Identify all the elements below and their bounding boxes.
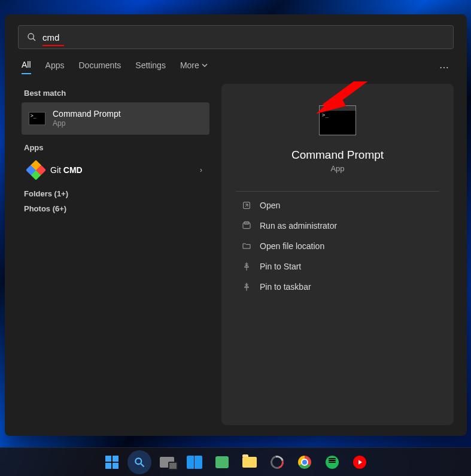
preview-panel: Command Prompt App Open Run as administr… xyxy=(221,84,454,425)
action-label: Run as administrator xyxy=(260,221,337,231)
chat-icon xyxy=(215,456,229,468)
taskbar-search-button[interactable] xyxy=(127,450,151,474)
widgets-icon xyxy=(187,456,202,469)
tab-apps[interactable]: Apps xyxy=(45,60,65,74)
open-icon xyxy=(242,201,251,210)
tab-more[interactable]: More xyxy=(180,60,208,74)
folder-icon xyxy=(242,241,251,251)
search-bar[interactable] xyxy=(18,25,454,49)
start-button[interactable] xyxy=(100,450,124,474)
spotify-icon xyxy=(326,456,339,469)
chrome-icon xyxy=(298,456,311,469)
tab-all[interactable]: All xyxy=(22,60,31,74)
action-label: Open file location xyxy=(260,241,324,251)
action-open[interactable]: Open xyxy=(236,195,439,216)
app-icon xyxy=(268,453,285,471)
action-run-as-administrator[interactable]: Run as administrator xyxy=(236,216,439,236)
preview-subtitle: App xyxy=(330,164,344,173)
result-git-cmd[interactable]: Git CMD › xyxy=(22,157,209,183)
section-folders[interactable]: Folders (1+) xyxy=(24,189,207,198)
svg-line-7 xyxy=(141,463,144,466)
action-pin-to-start[interactable]: Pin to Start xyxy=(236,256,439,277)
task-view-icon xyxy=(160,457,174,468)
filter-tabs: All Apps Documents Settings More ⋯ xyxy=(5,49,467,81)
divider xyxy=(236,191,439,192)
action-label: Pin to taskbar xyxy=(260,282,311,292)
preview-title: Command Prompt xyxy=(291,148,384,162)
annotation-underline xyxy=(42,45,64,46)
preview-app-icon xyxy=(319,105,356,135)
search-input[interactable] xyxy=(42,32,445,43)
pin-icon xyxy=(242,282,251,292)
command-prompt-icon xyxy=(29,112,45,125)
tab-settings[interactable]: Settings xyxy=(135,60,166,74)
taskbar-app-1[interactable] xyxy=(265,450,289,474)
result-title: Git CMD xyxy=(50,165,83,175)
file-explorer-button[interactable] xyxy=(238,450,262,474)
action-label: Pin to Start xyxy=(260,262,301,271)
svg-point-0 xyxy=(28,34,34,39)
section-best-match: Best match xyxy=(24,89,209,98)
results-column: Best match Command Prompt App Apps Git C… xyxy=(5,81,220,436)
admin-icon xyxy=(242,221,251,231)
start-search-panel: All Apps Documents Settings More ⋯ Best … xyxy=(5,14,467,436)
youtube-music-icon xyxy=(353,456,366,469)
windows-logo-icon xyxy=(105,456,118,469)
result-command-prompt[interactable]: Command Prompt App xyxy=(22,102,209,135)
tab-more-label: More xyxy=(180,60,199,70)
section-photos[interactable]: Photos (6+) xyxy=(24,204,207,213)
widgets-button[interactable] xyxy=(183,450,206,474)
result-title: Command Prompt xyxy=(53,108,121,119)
action-pin-to-taskbar[interactable]: Pin to taskbar xyxy=(236,277,439,297)
chrome-button[interactable] xyxy=(293,450,317,474)
taskbar xyxy=(0,447,471,476)
tab-documents[interactable]: Documents xyxy=(78,60,121,74)
git-icon xyxy=(26,160,46,180)
spotify-button[interactable] xyxy=(320,450,344,474)
youtube-music-button[interactable] xyxy=(348,450,372,474)
section-apps: Apps xyxy=(24,143,209,152)
folder-icon xyxy=(242,457,257,468)
result-subtitle: App xyxy=(53,119,121,129)
action-label: Open xyxy=(260,201,280,210)
pin-icon xyxy=(242,262,251,271)
chevron-down-icon xyxy=(202,62,208,68)
search-icon xyxy=(133,456,145,468)
search-icon xyxy=(27,32,37,42)
action-open-file-location[interactable]: Open file location xyxy=(236,236,439,256)
svg-point-6 xyxy=(135,458,141,464)
chevron-right-icon: › xyxy=(200,166,202,174)
task-view-button[interactable] xyxy=(155,450,179,474)
svg-line-1 xyxy=(33,38,35,41)
chat-button[interactable] xyxy=(210,450,234,474)
overflow-menu-button[interactable]: ⋯ xyxy=(439,62,450,73)
